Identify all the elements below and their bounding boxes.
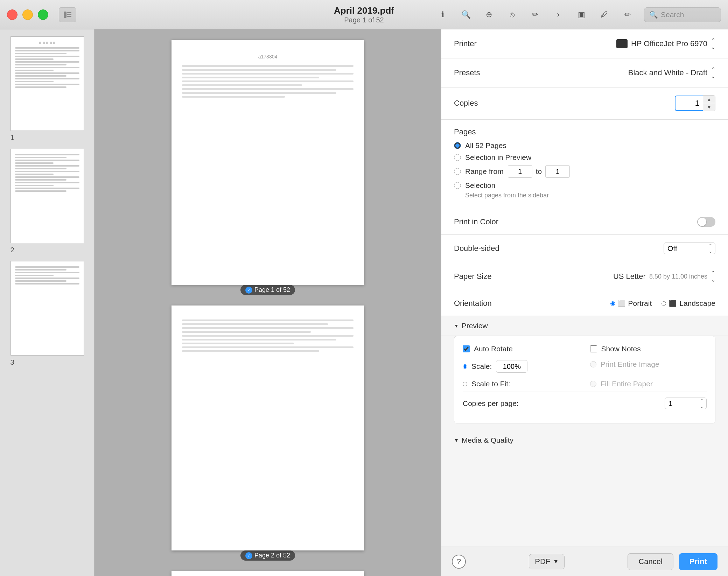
paper-size-dropdown[interactable]: US Letter 8.50 by 11.00 inches ⌃⌄ (613, 270, 715, 283)
pdf-chevron: ▼ (553, 559, 559, 565)
scale-fit-label: Scale to Fit: (471, 380, 510, 388)
double-sided-wrapper[interactable]: Off Long Edge Short Edge ⌃⌄ (664, 243, 715, 254)
pages-section: Pages All 52 Pages Selection in Preview … (441, 120, 728, 209)
copies-per-page-wrapper[interactable]: 1 2 4 6 9 ⌃⌄ (665, 398, 707, 409)
paper-size-chevron: ⌃⌄ (711, 270, 715, 283)
all-pages-radio[interactable] (454, 142, 461, 149)
scale-option: Scale: 100% (463, 360, 580, 373)
range-from-input[interactable] (508, 165, 532, 178)
sidebar-item-page1[interactable]: 1 (7, 36, 88, 142)
check-icon-2: ✓ (245, 552, 252, 559)
minimize-button[interactable] (22, 9, 33, 20)
presets-value-area: Black and White - Draft ⌃⌄ (524, 66, 715, 79)
show-notes-label: Show Notes (601, 345, 641, 353)
pdf-dropdown[interactable]: PDF ▼ (529, 554, 565, 569)
presets-chevron: ⌃⌄ (711, 66, 715, 79)
double-sided-section: Double-sided Off Long Edge Short Edge ⌃⌄ (441, 235, 728, 262)
auto-rotate-row: Auto Rotate (463, 345, 580, 353)
show-notes-option: Show Notes (590, 345, 707, 353)
range-radio[interactable] (454, 168, 461, 175)
sidebar-item-page2[interactable]: 2 (7, 149, 88, 254)
copies-decrement[interactable]: ▼ (703, 103, 715, 111)
orientation-options: ⬜ Portrait ⬛ Landscape (610, 299, 715, 308)
orientation-label: Orientation (454, 299, 492, 308)
scale-input[interactable]: 100% (496, 360, 527, 373)
all-pages-row: All 52 Pages (454, 141, 715, 150)
print-color-toggle[interactable] (697, 217, 715, 227)
search-label: Search (661, 10, 684, 19)
print-button[interactable]: Print (679, 553, 718, 570)
copies-per-page-label: Copies per page: (463, 399, 519, 408)
close-button[interactable] (7, 9, 18, 20)
copies-increment[interactable]: ▲ (703, 96, 715, 103)
svg-rect-3 (67, 16, 71, 17)
bottom-bar: ? PDF ▼ Cancel Print (441, 547, 728, 576)
printer-dropdown[interactable]: HP OfficeJet Pro 6970 ⌃⌄ (616, 37, 715, 50)
pdf-label: PDF (535, 557, 550, 566)
sidebar-right-icon[interactable]: ▣ (575, 8, 588, 21)
print-entire-label: Print Entire Image (601, 360, 659, 368)
scale-label: Scale: (471, 362, 492, 371)
copies-label: Copies (454, 99, 524, 108)
pen-icon[interactable]: ✏ (528, 8, 542, 21)
cancel-button[interactable]: Cancel (628, 553, 673, 570)
scale-fit-radio[interactable] (463, 382, 467, 386)
help-button[interactable]: ? (452, 555, 466, 569)
orientation-section: Orientation ⬜ Portrait ⬛ Landscape (441, 291, 728, 316)
annotate-icon[interactable]: ✏ (621, 8, 634, 21)
sidebar-item-page3[interactable]: 3 (7, 261, 88, 366)
double-sided-label: Double-sided (454, 244, 499, 253)
search-box[interactable]: 🔍 Search (644, 7, 721, 22)
page1-badge-text: Page 1 of 52 (254, 286, 290, 294)
info-icon[interactable]: ℹ (436, 8, 449, 21)
double-sided-select[interactable]: Off Long Edge Short Edge (664, 243, 715, 254)
copies-stepper[interactable]: 1 ▲ ▼ (675, 95, 715, 111)
portrait-option[interactable]: ⬜ Portrait (610, 299, 652, 308)
traffic-lights (7, 9, 48, 20)
presets-dropdown[interactable]: Black and White - Draft ⌃⌄ (628, 66, 715, 79)
printer-value-area: HP OfficeJet Pro 6970 ⌃⌄ (524, 37, 715, 50)
search-zoom-icon[interactable]: 🔍 (459, 8, 472, 21)
zoom-icon[interactable]: ⊕ (482, 8, 496, 21)
scale-radio[interactable] (463, 364, 467, 369)
landscape-option[interactable]: ⬛ Landscape (662, 299, 715, 308)
print-dialog: Printer HP OfficeJet Pro 6970 ⌃⌄ Presets… (441, 29, 728, 547)
selection-preview-row: Selection in Preview (454, 153, 715, 162)
note-icon[interactable]: 🖊 (598, 8, 611, 21)
print-color-section: Print in Color (441, 209, 728, 235)
paper-size-label: Paper Size (454, 272, 492, 281)
selection-radio[interactable] (454, 182, 461, 189)
range-to-input[interactable] (545, 165, 570, 178)
preview-grid: Auto Rotate Show Notes S (463, 345, 707, 388)
portrait-radio[interactable] (610, 301, 615, 306)
auto-rotate-label: Auto Rotate (474, 345, 513, 353)
sidebar: 1 (0, 29, 94, 576)
fill-paper-option: Fill Entire Paper (590, 380, 707, 388)
media-expand-arrow: ▼ (454, 437, 459, 443)
selection-label: Selection (465, 181, 495, 190)
check-icon-1: ✓ (245, 287, 252, 294)
print-entire-option: Print Entire Image (590, 360, 707, 368)
paper-size-sub: 8.50 by 11.00 inches (649, 273, 707, 280)
printer-icon (616, 39, 628, 48)
more-icon[interactable]: › (552, 8, 565, 21)
page2-badge: ✓ Page 2 of 52 (240, 550, 295, 561)
copies-per-page-select[interactable]: 1 2 4 6 9 (665, 398, 707, 409)
preview-page-3: 1 ■ ■ ■ ■ ■ ■ ■ ■ ■ 1 (1) (172, 571, 364, 576)
maximize-button[interactable] (38, 9, 48, 20)
landscape-radio[interactable] (662, 301, 666, 306)
auto-rotate-checkbox[interactable] (463, 345, 470, 352)
media-quality-collapse[interactable]: ▼ Media & Quality (441, 430, 728, 450)
preview-collapse[interactable]: ▼ Preview (441, 316, 728, 336)
scale-fit-option: Scale to Fit: (463, 380, 580, 388)
fill-paper-radio (590, 381, 596, 387)
portrait-icon: ⬜ (618, 300, 625, 307)
svg-rect-2 (67, 14, 71, 15)
svg-rect-0 (64, 12, 66, 18)
copies-input[interactable]: 1 (675, 96, 703, 111)
share-icon[interactable]: ⎋ (505, 8, 519, 21)
sidebar-toggle[interactable] (59, 7, 76, 22)
media-quality-label: Media & Quality (462, 436, 513, 444)
selection-preview-radio[interactable] (454, 154, 461, 161)
show-notes-checkbox[interactable] (590, 345, 597, 352)
